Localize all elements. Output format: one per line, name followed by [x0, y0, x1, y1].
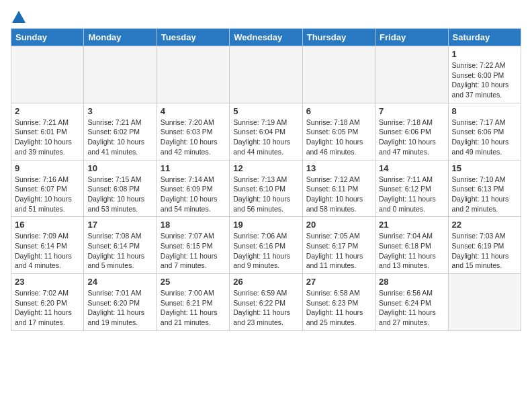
calendar-cell: 14Sunrise: 7:11 AM Sunset: 6:12 PM Dayli…: [375, 160, 448, 217]
day-info: Sunrise: 6:56 AM Sunset: 6:24 PM Dayligh…: [379, 288, 444, 328]
week-row-5: 23Sunrise: 7:02 AM Sunset: 6:20 PM Dayli…: [11, 274, 521, 331]
calendar-cell: 13Sunrise: 7:12 AM Sunset: 6:11 PM Dayli…: [302, 160, 375, 217]
day-info: Sunrise: 7:03 AM Sunset: 6:19 PM Dayligh…: [452, 231, 517, 271]
calendar-cell: 1Sunrise: 7:22 AM Sunset: 6:00 PM Daylig…: [448, 46, 521, 103]
calendar-cell: [448, 274, 521, 331]
header-tuesday: Tuesday: [157, 29, 229, 46]
calendar-cell: 6Sunrise: 7:18 AM Sunset: 6:05 PM Daylig…: [302, 103, 375, 160]
logo: [11, 11, 26, 21]
day-info: Sunrise: 7:10 AM Sunset: 6:13 PM Dayligh…: [452, 175, 517, 214]
calendar-cell: [84, 46, 157, 103]
day-number: 17: [87, 220, 152, 230]
calendar-cell: 7Sunrise: 7:18 AM Sunset: 6:06 PM Daylig…: [375, 103, 448, 160]
calendar-cell: [302, 46, 375, 103]
week-row-4: 16Sunrise: 7:09 AM Sunset: 6:14 PM Dayli…: [11, 217, 521, 274]
day-number: 14: [379, 163, 444, 173]
day-info: Sunrise: 7:18 AM Sunset: 6:06 PM Dayligh…: [379, 118, 444, 157]
week-row-1: 1Sunrise: 7:22 AM Sunset: 6:00 PM Daylig…: [11, 46, 521, 103]
calendar-cell: 25Sunrise: 7:00 AM Sunset: 6:21 PM Dayli…: [157, 274, 229, 331]
day-number: 19: [233, 220, 298, 230]
day-info: Sunrise: 7:21 AM Sunset: 6:01 PM Dayligh…: [15, 118, 80, 157]
calendar-cell: 21Sunrise: 7:04 AM Sunset: 6:18 PM Dayli…: [375, 217, 448, 274]
day-number: 11: [161, 163, 226, 173]
day-info: Sunrise: 7:09 AM Sunset: 6:14 PM Dayligh…: [15, 231, 80, 271]
calendar-header-row: SundayMondayTuesdayWednesdayThursdayFrid…: [11, 29, 521, 46]
calendar-cell: 3Sunrise: 7:21 AM Sunset: 6:02 PM Daylig…: [84, 103, 157, 160]
day-info: Sunrise: 6:59 AM Sunset: 6:22 PM Dayligh…: [233, 288, 298, 328]
calendar-cell: [11, 46, 84, 103]
day-info: Sunrise: 7:05 AM Sunset: 6:17 PM Dayligh…: [306, 231, 371, 271]
calendar-table: SundayMondayTuesdayWednesdayThursdayFrid…: [11, 28, 521, 331]
day-number: 9: [15, 163, 80, 173]
calendar-cell: 16Sunrise: 7:09 AM Sunset: 6:14 PM Dayli…: [11, 217, 84, 274]
calendar-cell: [230, 46, 302, 103]
calendar-cell: 10Sunrise: 7:15 AM Sunset: 6:08 PM Dayli…: [84, 160, 157, 217]
day-number: 3: [87, 106, 152, 116]
day-info: Sunrise: 7:00 AM Sunset: 6:21 PM Dayligh…: [161, 288, 226, 328]
day-number: 15: [452, 163, 517, 173]
calendar-cell: [157, 46, 229, 103]
header-saturday: Saturday: [448, 29, 521, 46]
day-info: Sunrise: 7:22 AM Sunset: 6:00 PM Dayligh…: [452, 60, 517, 100]
day-number: 26: [233, 277, 298, 287]
calendar-cell: 9Sunrise: 7:16 AM Sunset: 6:07 PM Daylig…: [11, 160, 84, 217]
day-number: 5: [233, 106, 298, 116]
day-number: 28: [379, 277, 444, 287]
day-info: Sunrise: 7:19 AM Sunset: 6:04 PM Dayligh…: [233, 118, 298, 157]
calendar-cell: 12Sunrise: 7:13 AM Sunset: 6:10 PM Dayli…: [230, 160, 302, 217]
header-friday: Friday: [375, 29, 448, 46]
week-row-3: 9Sunrise: 7:16 AM Sunset: 6:07 PM Daylig…: [11, 160, 521, 217]
day-info: Sunrise: 7:01 AM Sunset: 6:20 PM Dayligh…: [87, 288, 152, 328]
calendar-cell: 5Sunrise: 7:19 AM Sunset: 6:04 PM Daylig…: [230, 103, 302, 160]
calendar-cell: 27Sunrise: 6:58 AM Sunset: 6:23 PM Dayli…: [302, 274, 375, 331]
calendar-cell: 8Sunrise: 7:17 AM Sunset: 6:06 PM Daylig…: [448, 103, 521, 160]
day-number: 21: [379, 220, 444, 230]
day-number: 16: [15, 220, 80, 230]
day-info: Sunrise: 7:17 AM Sunset: 6:06 PM Dayligh…: [452, 118, 517, 157]
day-number: 2: [15, 106, 80, 116]
day-info: Sunrise: 7:20 AM Sunset: 6:03 PM Dayligh…: [161, 118, 226, 157]
calendar-cell: 4Sunrise: 7:20 AM Sunset: 6:03 PM Daylig…: [157, 103, 229, 160]
day-info: Sunrise: 6:58 AM Sunset: 6:23 PM Dayligh…: [306, 288, 371, 328]
day-number: 8: [452, 106, 517, 116]
day-info: Sunrise: 7:21 AM Sunset: 6:02 PM Dayligh…: [87, 118, 152, 157]
calendar-cell: 17Sunrise: 7:08 AM Sunset: 6:14 PM Dayli…: [84, 217, 157, 274]
day-info: Sunrise: 7:04 AM Sunset: 6:18 PM Dayligh…: [379, 231, 444, 271]
day-number: 12: [233, 163, 298, 173]
day-number: 25: [161, 277, 226, 287]
day-info: Sunrise: 7:07 AM Sunset: 6:15 PM Dayligh…: [161, 231, 226, 271]
header-monday: Monday: [84, 29, 157, 46]
day-number: 4: [161, 106, 226, 116]
calendar-cell: 11Sunrise: 7:14 AM Sunset: 6:09 PM Dayli…: [157, 160, 229, 217]
header-sunday: Sunday: [11, 29, 84, 46]
day-number: 24: [87, 277, 152, 287]
calendar-cell: 28Sunrise: 6:56 AM Sunset: 6:24 PM Dayli…: [375, 274, 448, 331]
day-info: Sunrise: 7:18 AM Sunset: 6:05 PM Dayligh…: [306, 118, 371, 157]
calendar-cell: 23Sunrise: 7:02 AM Sunset: 6:20 PM Dayli…: [11, 274, 84, 331]
day-number: 10: [87, 163, 152, 173]
day-info: Sunrise: 7:11 AM Sunset: 6:12 PM Dayligh…: [379, 175, 444, 214]
day-info: Sunrise: 7:12 AM Sunset: 6:11 PM Dayligh…: [306, 175, 371, 214]
calendar-cell: 24Sunrise: 7:01 AM Sunset: 6:20 PM Dayli…: [84, 274, 157, 331]
calendar-cell: 15Sunrise: 7:10 AM Sunset: 6:13 PM Dayli…: [448, 160, 521, 217]
day-number: 22: [452, 220, 517, 230]
day-number: 18: [161, 220, 226, 230]
day-info: Sunrise: 7:02 AM Sunset: 6:20 PM Dayligh…: [15, 288, 80, 328]
calendar-cell: 22Sunrise: 7:03 AM Sunset: 6:19 PM Dayli…: [448, 217, 521, 274]
day-info: Sunrise: 7:14 AM Sunset: 6:09 PM Dayligh…: [161, 175, 226, 214]
calendar-cell: 26Sunrise: 6:59 AM Sunset: 6:22 PM Dayli…: [230, 274, 302, 331]
calendar-cell: 20Sunrise: 7:05 AM Sunset: 6:17 PM Dayli…: [302, 217, 375, 274]
calendar-cell: 19Sunrise: 7:06 AM Sunset: 6:16 PM Dayli…: [230, 217, 302, 274]
day-number: 1: [452, 49, 517, 59]
header-wednesday: Wednesday: [230, 29, 302, 46]
page-header: [11, 11, 521, 21]
day-number: 7: [379, 106, 444, 116]
day-info: Sunrise: 7:13 AM Sunset: 6:10 PM Dayligh…: [233, 175, 298, 214]
day-info: Sunrise: 7:16 AM Sunset: 6:07 PM Dayligh…: [15, 175, 80, 214]
day-number: 20: [306, 220, 371, 230]
day-info: Sunrise: 7:06 AM Sunset: 6:16 PM Dayligh…: [233, 231, 298, 271]
day-info: Sunrise: 7:08 AM Sunset: 6:14 PM Dayligh…: [87, 231, 152, 271]
calendar-cell: 2Sunrise: 7:21 AM Sunset: 6:01 PM Daylig…: [11, 103, 84, 160]
day-info: Sunrise: 7:15 AM Sunset: 6:08 PM Dayligh…: [87, 175, 152, 214]
calendar-cell: 18Sunrise: 7:07 AM Sunset: 6:15 PM Dayli…: [157, 217, 229, 274]
